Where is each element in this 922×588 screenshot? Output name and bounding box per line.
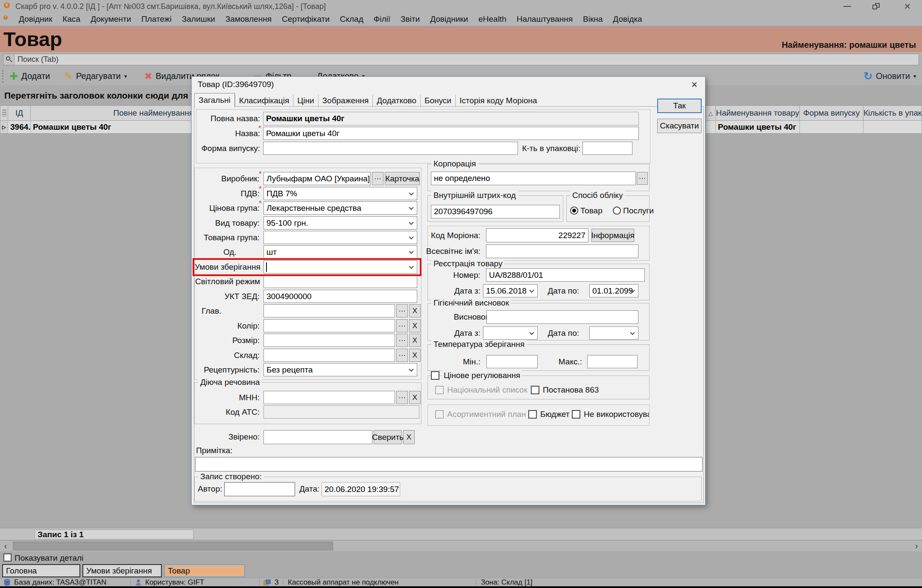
ukt-zed-field[interactable]: 3004900000 (263, 290, 417, 303)
conclusion-field[interactable] (486, 310, 638, 324)
tab-zobrazhennia[interactable]: Зображення (318, 95, 373, 107)
search-input[interactable]: Поиск (Tab) (3, 54, 919, 65)
scrollbar-thumb[interactable] (13, 541, 333, 550)
row-marker[interactable]: ▹ (0, 121, 8, 134)
corporation-field[interactable]: не определено (431, 172, 636, 185)
toolbar-grip[interactable] (2, 70, 4, 83)
ok-button[interactable]: Так (657, 99, 702, 113)
verified-clear-button[interactable]: X (403, 430, 415, 444)
cell-indicator[interactable] (705, 121, 716, 134)
tab-istoriia[interactable]: Історія коду Моріона (455, 95, 541, 107)
bottom-tab-holovna[interactable]: Головна (2, 564, 80, 577)
verified-field[interactable] (263, 430, 372, 444)
menu-dovidnyk[interactable]: Довідник (14, 13, 57, 26)
card-button[interactable]: Карточка (385, 172, 420, 185)
horizontal-scrollbar[interactable]: ‹ › (0, 540, 922, 551)
menu-nalashtuvannia[interactable]: Налаштування (512, 13, 578, 26)
tab-dodatkovo[interactable]: Додатково (372, 95, 420, 107)
edit-button[interactable]: ✎ Редагувати ▾ (64, 67, 127, 85)
manufacturer-ellipsis-button[interactable]: ··· (372, 172, 383, 185)
menu-dovidka[interactable]: Довідка (608, 13, 647, 26)
tab-zahalni[interactable]: Загальні (194, 93, 235, 107)
menu-filii[interactable]: Філії (369, 13, 395, 26)
corporation-ellipsis-button[interactable]: ··· (637, 172, 648, 185)
scroll-left-icon[interactable]: ‹ (0, 541, 11, 551)
menu-platezhi[interactable]: Платежі (136, 13, 177, 26)
menu-zvity[interactable]: Звіти (395, 13, 425, 26)
qty-in-pack-field[interactable] (582, 142, 632, 155)
mnn-field[interactable] (263, 391, 395, 404)
recipe-combobox[interactable]: Без рецепта (263, 363, 417, 376)
cell-name[interactable]: Ромашки цветы 40г (716, 121, 800, 134)
refresh-button[interactable]: ↻ Оновити ▾ (863, 67, 916, 85)
decree-863-checkbox[interactable] (531, 386, 539, 394)
cell-form[interactable] (800, 121, 863, 134)
manufacturer-field[interactable]: Лубныфарм ОАО [Украина] (263, 172, 371, 185)
menu-vikna[interactable]: Вікна (578, 13, 608, 26)
tab-klasyfikatsiia[interactable]: Класифікація (235, 95, 293, 107)
dialog-close-icon[interactable]: ✕ (685, 78, 704, 91)
scroll-right-icon[interactable]: › (911, 541, 922, 551)
hygiene-date-to-combobox[interactable] (589, 326, 638, 340)
size-clear-button[interactable]: X (409, 334, 421, 347)
color-field[interactable] (263, 319, 395, 332)
size-field[interactable] (263, 334, 395, 347)
glav-ellipsis-button[interactable]: ··· (396, 304, 408, 317)
temp-max-field[interactable] (587, 355, 638, 368)
warehouse-field[interactable] (263, 349, 395, 362)
morion-code-field[interactable]: 229227 (486, 228, 588, 242)
column-header-id[interactable]: ІД (8, 105, 31, 121)
world-name-field[interactable] (486, 245, 638, 258)
unit-combobox[interactable]: шт (263, 245, 417, 259)
cell-qty[interactable] (863, 121, 922, 134)
release-form-field[interactable] (263, 142, 518, 155)
glav-clear-button[interactable]: X (409, 304, 421, 317)
barcode-field[interactable]: 2070396497096 (431, 205, 560, 218)
menu-kasa[interactable]: Каса (57, 13, 85, 26)
menu-dokumenty[interactable]: Документи (85, 13, 136, 26)
tab-bonusy[interactable]: Бонуси (420, 95, 455, 107)
light-mode-field[interactable] (263, 275, 417, 288)
note-field[interactable] (195, 457, 702, 472)
restore-icon-front[interactable] (872, 5, 877, 9)
services-radio[interactable] (613, 207, 621, 215)
column-header-form[interactable]: Форма випуску (800, 105, 863, 121)
reg-date-from-combobox[interactable]: 15.06.2018 (483, 284, 538, 297)
color-ellipsis-button[interactable]: ··· (396, 319, 408, 332)
storage-conditions-combobox[interactable] (263, 260, 417, 274)
tab-tsiny[interactable]: Ціни (293, 95, 318, 107)
name-field[interactable]: Ромашки цветы 40г (263, 127, 639, 140)
price-group-combobox[interactable]: Лекарственные средства (263, 201, 417, 215)
product-radio[interactable] (570, 207, 578, 215)
size-ellipsis-button[interactable]: ··· (396, 334, 408, 347)
bottom-tab-tovar[interactable]: Товар (164, 564, 245, 577)
menu-zalyshky[interactable]: Залишки (177, 13, 220, 26)
cell-id[interactable]: 3964.. (8, 121, 31, 134)
warehouse-clear-button[interactable]: X (409, 349, 421, 362)
menu-dovidnyky[interactable]: Довідники (425, 13, 473, 26)
minimize-icon[interactable] (843, 6, 851, 7)
temp-min-field[interactable] (486, 355, 538, 368)
info-button[interactable]: Інформація (591, 229, 634, 242)
warehouse-ellipsis-button[interactable]: ··· (396, 349, 408, 362)
reg-date-to-combobox[interactable]: 01.01.2099 (589, 284, 638, 297)
color-clear-button[interactable]: X (409, 319, 421, 332)
hygiene-date-from-combobox[interactable] (483, 326, 538, 340)
menu-ehealth[interactable]: eHealth (473, 13, 512, 26)
reg-number-field[interactable]: UA/8288/01/01 (486, 268, 645, 282)
vat-combobox[interactable]: ПДВ 7% (263, 187, 417, 200)
column-header-qty[interactable]: Кількість в упак (863, 105, 922, 121)
glav-field[interactable] (263, 304, 395, 317)
close-icon[interactable]: ✕ (900, 0, 915, 13)
cancel-button[interactable]: Скасувати (657, 119, 702, 133)
sort-indicator-icon[interactable]: △ (705, 105, 716, 121)
menu-zamovlennia[interactable]: Замовлення (220, 13, 277, 26)
budget-checkbox[interactable] (528, 410, 537, 419)
price-regulation-checkbox[interactable] (431, 371, 439, 380)
add-button[interactable]: ✚ Додати (9, 67, 50, 85)
menu-sklad[interactable]: Склад (335, 13, 369, 26)
not-used-checkbox[interactable] (572, 410, 580, 419)
product-group-combobox[interactable] (263, 231, 417, 244)
show-details-checkbox[interactable] (3, 553, 12, 562)
menu-sertyfikaty[interactable]: Сертифікати (277, 13, 335, 26)
